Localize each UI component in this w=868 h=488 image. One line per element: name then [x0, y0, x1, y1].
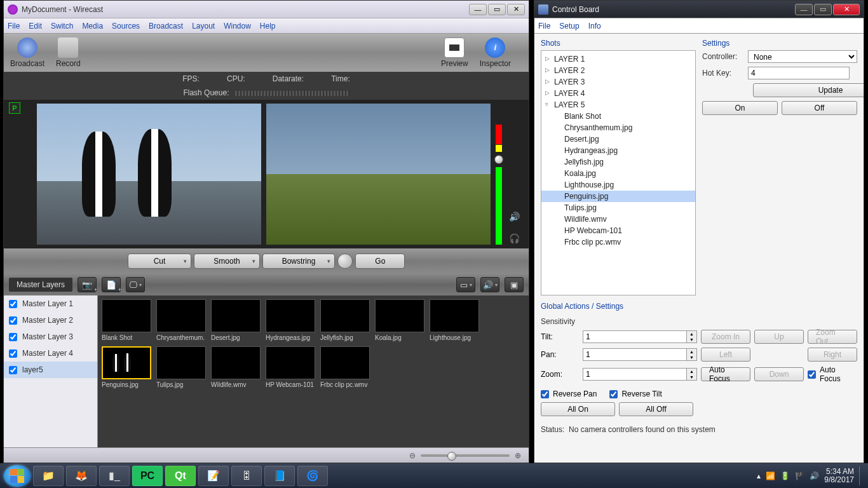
auto-focus-button[interactable]: Auto Focus [701, 367, 750, 381]
taskbar-app2[interactable]: 📘 [264, 466, 295, 486]
layer-check[interactable] [9, 366, 17, 374]
add-file-button[interactable]: 📄+ [102, 277, 121, 292]
cut-dropdown[interactable]: Cut [128, 254, 192, 269]
shot-thumb[interactable]: Jellyfish.jpg [320, 299, 370, 341]
shot-thumb[interactable]: Desert.jpg [211, 299, 261, 341]
tilt-spinner[interactable]: ▲▼ [583, 330, 697, 343]
shot-thumb[interactable]: Frbc clip pc.wmv [320, 346, 370, 388]
shot-thumb[interactable]: Koala.jpg [375, 299, 424, 341]
go-button[interactable]: Go [355, 254, 405, 269]
add-display-button[interactable]: 🖵 [126, 277, 145, 292]
show-desktop-button[interactable] [859, 466, 864, 485]
minimize-button[interactable]: — [469, 4, 487, 15]
tree-shot[interactable]: Lighthouse.jpg [541, 179, 695, 191]
tree-layer[interactable]: LAYER 2 [541, 65, 695, 76]
maximize-button[interactable]: ▭ [488, 4, 506, 15]
maximize-button[interactable]: ▭ [814, 4, 832, 15]
layer-check[interactable] [9, 349, 17, 358]
pan-spinner[interactable]: ▲▼ [583, 348, 697, 361]
menu-sources[interactable]: Sources [112, 22, 140, 30]
layer-item[interactable]: Master Layer 4 [4, 345, 97, 362]
all-off-button[interactable]: All Off [619, 402, 693, 416]
zoom-in-button[interactable]: Zoom In [701, 330, 750, 344]
tree-shot[interactable]: Koala.jpg [541, 168, 695, 179]
minimize-button[interactable]: — [795, 4, 813, 15]
layer-check[interactable] [9, 333, 17, 341]
menu-broadcast[interactable]: Broadcast [149, 22, 183, 30]
zoom-in-icon[interactable]: ⊕ [515, 451, 521, 460]
tree-shot[interactable]: HP Webcam-101 [541, 225, 695, 236]
zoom-spinner[interactable]: ▲▼ [583, 368, 697, 381]
shot-thumb[interactable]: HP Webcam-101 [266, 346, 315, 388]
tray-flag-icon[interactable]: 🏴 [795, 471, 804, 480]
tree-shot[interactable]: Hydrangeas.jpg [541, 145, 695, 156]
preview-button[interactable]: Preview [441, 37, 468, 68]
record-button[interactable]: Record [56, 37, 81, 68]
close-button[interactable]: ✕ [833, 4, 860, 15]
menu-setup[interactable]: Setup [559, 22, 579, 30]
tray-chevron-icon[interactable]: ▴ [757, 471, 761, 480]
controller-select[interactable]: None [748, 50, 857, 63]
headphone-icon[interactable]: 🎧 [509, 233, 520, 243]
shot-thumb[interactable]: Hydrangeas.jpg [266, 299, 315, 341]
tree-shot[interactable]: Frbc clip pc.wmv [541, 236, 695, 248]
shot-thumb[interactable]: Lighthouse.jpg [430, 299, 479, 341]
right-button[interactable]: Right [808, 348, 857, 362]
taskbar-wirecast[interactable]: 🌀 [297, 466, 328, 486]
down-button[interactable]: Down [754, 367, 804, 381]
menu-layout[interactable]: Layout [192, 22, 215, 30]
menu-edit[interactable]: Edit [29, 22, 42, 30]
menu-info[interactable]: Info [588, 22, 601, 30]
menu-window[interactable]: Window [224, 22, 251, 30]
add-camera-button[interactable]: 📷+ [78, 277, 97, 292]
bowstring-dropdown[interactable]: Bowstring [262, 254, 336, 269]
menu-file[interactable]: File [8, 22, 20, 30]
shot-thumb[interactable]: Chrysanthemum. [156, 299, 206, 341]
tree-shot[interactable]: Chrysanthemum.jpg [541, 122, 695, 133]
taskbar-pycharm[interactable]: PC [132, 466, 163, 486]
start-button[interactable] [4, 465, 31, 487]
menu-switch[interactable]: Switch [51, 22, 73, 30]
close-button[interactable]: ✕ [507, 4, 525, 15]
zoom-out-icon[interactable]: ⊖ [409, 451, 416, 460]
reverse-tilt-check[interactable] [609, 390, 618, 398]
menu-help[interactable]: Help [260, 22, 276, 30]
shot-thumb[interactable]: Penguins.jpg [102, 346, 151, 388]
tree-shot[interactable]: Jellyfish.jpg [541, 156, 695, 168]
transition-knob[interactable] [337, 254, 353, 269]
tree-shot[interactable]: Blank Shot [541, 111, 695, 122]
smooth-dropdown[interactable]: Smooth [194, 254, 259, 269]
layer-item[interactable]: layer5 [4, 362, 97, 378]
layer-item[interactable]: Master Layer 1 [4, 295, 97, 312]
all-on-button[interactable]: All On [541, 402, 615, 416]
tree-layer[interactable]: LAYER 4 [541, 88, 695, 99]
shot-thumb[interactable]: Blank Shot [102, 299, 151, 341]
inspector-button[interactable]: iInspector [480, 37, 511, 68]
tree-shot[interactable]: Penguins.jpg [541, 191, 695, 202]
up-button[interactable]: Up [754, 330, 804, 344]
tree-layer[interactable]: LAYER 1 [541, 53, 695, 65]
layer-check[interactable] [9, 300, 17, 308]
preview-pane-right[interactable] [266, 104, 491, 245]
hotkey-input[interactable] [748, 67, 850, 79]
tray-battery-icon[interactable]: 🔋 [780, 471, 790, 480]
wirecast-titlebar[interactable]: MyDocument - Wirecast — ▭ ✕ [4, 1, 529, 18]
off-button[interactable]: Off [782, 101, 857, 115]
tree-shot[interactable]: Wildlife.wmv [541, 214, 695, 225]
zoom-slider[interactable] [421, 454, 510, 457]
update-button[interactable]: Update [753, 83, 864, 97]
left-button[interactable]: Left [701, 348, 750, 362]
taskbar-qt[interactable]: Qt [165, 466, 196, 486]
layer-item[interactable]: Master Layer 3 [4, 329, 97, 345]
layer-check[interactable] [9, 316, 17, 325]
menu-file[interactable]: File [538, 22, 550, 30]
on-button[interactable]: On [702, 101, 778, 115]
tree-layer[interactable]: LAYER 5 [541, 99, 695, 111]
layer-item[interactable]: Master Layer 2 [4, 312, 97, 329]
shot-thumb[interactable]: Tulips.jpg [156, 346, 206, 388]
broadcast-button[interactable]: Broadcast [10, 37, 44, 68]
aspect-button[interactable]: ▭ [456, 277, 475, 292]
fullscreen-button[interactable]: ▣ [505, 277, 524, 292]
volume-button[interactable]: 🔊 [480, 277, 499, 292]
taskbar-app1[interactable]: 🎛 [231, 466, 262, 486]
